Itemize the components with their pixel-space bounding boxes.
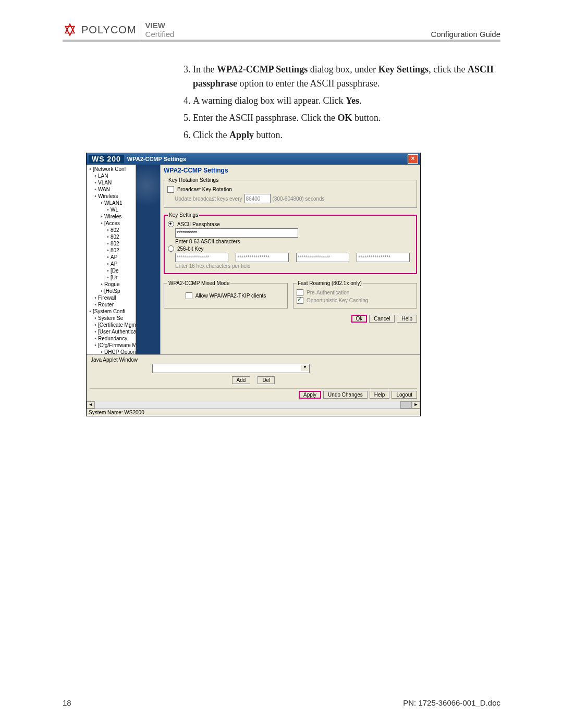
preauth-checkbox[interactable]: [297, 289, 303, 296]
decorative-panel: [136, 165, 161, 354]
tree-item[interactable]: •[Ur: [87, 274, 136, 281]
key-rotation-legend: Key Rotation Settings: [167, 177, 219, 183]
tree-item[interactable]: •[HotSp: [87, 288, 136, 294]
update-interval-input[interactable]: [244, 194, 271, 203]
ok-button[interactable]: Ok: [351, 315, 368, 323]
instruction-item: Click the Apply button.: [193, 128, 500, 142]
tree-item[interactable]: •Wireles: [87, 213, 136, 220]
tree-item[interactable]: •Router: [87, 301, 136, 308]
tree-item[interactable]: •802: [87, 227, 136, 233]
ascii-passphrase-radio[interactable]: [168, 221, 174, 227]
pane-title: WPA2-CCMP Settings: [164, 167, 417, 174]
instruction-item: Enter the ASCII passphrase. Click the OK…: [193, 111, 500, 125]
hex-key-2[interactable]: [236, 253, 289, 262]
preauth-label: Pre-Authentication: [307, 290, 349, 295]
okc-checkbox[interactable]: [297, 297, 303, 304]
dialog-main-pane: WPA2-CCMP Settings Key Rotation Settings…: [161, 165, 420, 354]
tree-item[interactable]: •[De: [87, 267, 136, 274]
instruction-list: In the WPA2-CCMP Settings dialog box, un…: [172, 63, 500, 142]
tree-item[interactable]: •LAN: [87, 172, 136, 179]
add-button[interactable]: Add: [232, 376, 251, 384]
brand-name: POLYCOM: [81, 24, 137, 36]
ascii-passphrase-input[interactable]: [175, 228, 298, 238]
mixed-mode-group: WPA2-CCMP Mixed Mode Allow WPA/WPA2-TKIP…: [164, 280, 288, 309]
nav-tree[interactable]: •[Network Conf•LAN•VLAN•WAN•Wireless•WLA…: [87, 165, 136, 354]
page-header: POLYCOM VIEW Certified Configuration Gui…: [63, 21, 500, 42]
update-interval-hint: (300-604800) seconds: [273, 196, 325, 202]
horizontal-scrollbar[interactable]: ◄ ►: [87, 401, 420, 409]
del-button[interactable]: Del: [258, 376, 275, 384]
dialog-titlebar: WS 200 WPA2-CCMP Settings ×: [87, 153, 420, 165]
tree-item[interactable]: •[Network Conf: [87, 166, 136, 172]
view-certified: VIEW Certified: [141, 21, 175, 39]
undo-changes-button[interactable]: Undo Changes: [323, 391, 368, 399]
fast-roaming-group: Fast Roaming (802.1x only) Pre-Authentic…: [293, 280, 417, 309]
tree-item[interactable]: •VLAN: [87, 179, 136, 186]
logout-button[interactable]: Logout: [391, 391, 417, 399]
hex-hint: Enter 16 hex characters per field: [175, 263, 251, 269]
update-keys-label: Update broadcast keys every: [175, 196, 242, 202]
fast-roaming-legend: Fast Roaming (802.1x only): [297, 280, 363, 286]
ascii-hint: Enter 8-63 ASCII characters: [175, 239, 240, 244]
scroll-right-icon[interactable]: ►: [412, 401, 420, 409]
product-logo: WS 200: [89, 155, 124, 163]
tree-item[interactable]: •WAN: [87, 186, 136, 193]
tree-item[interactable]: •[System Confi: [87, 308, 136, 315]
tree-item[interactable]: •[Certificate Mgmt.]: [87, 322, 136, 328]
allow-tkip-label: Allow WPA/WPA2-TKIP clients: [195, 293, 266, 299]
tree-item[interactable]: •System Se: [87, 315, 136, 322]
tree-item[interactable]: •[Acces: [87, 220, 136, 227]
part-number: PN: 1725-36066-001_D.doc: [403, 698, 500, 707]
hex-key-1[interactable]: [175, 253, 228, 262]
hex-key-3[interactable]: [296, 253, 349, 262]
allow-tkip-checkbox[interactable]: [186, 292, 192, 299]
tree-item[interactable]: •WL: [87, 206, 136, 213]
apply-button[interactable]: Apply: [299, 391, 321, 399]
doc-title: Configuration Guide: [431, 30, 500, 39]
tree-item[interactable]: •Wireless: [87, 193, 136, 200]
instruction-item: A warning dialog box will appear. Click …: [193, 94, 500, 108]
selection-dropdown[interactable]: [152, 364, 310, 373]
help-button[interactable]: Help: [370, 391, 390, 399]
polycom-icon: [63, 22, 77, 37]
tree-item[interactable]: •Rogue: [87, 281, 136, 288]
256bit-key-radio[interactable]: [168, 245, 174, 252]
tree-item[interactable]: •802: [87, 240, 136, 247]
hex-key-4[interactable]: [357, 253, 410, 262]
key-rotation-group: Key Rotation Settings Broadcast Key Rota…: [164, 177, 417, 208]
dialog-help-button[interactable]: Help: [397, 315, 417, 323]
brand-logo: POLYCOM VIEW Certified: [63, 21, 174, 39]
close-icon[interactable]: ×: [408, 154, 418, 164]
tree-item[interactable]: •802: [87, 247, 136, 254]
dialog-title: WPA2-CCMP Settings: [127, 156, 186, 162]
mixed-mode-legend: WPA2-CCMP Mixed Mode: [167, 280, 230, 286]
tree-item[interactable]: •[Cfg/Firmware Mgt.]: [87, 342, 136, 349]
page-number: 18: [63, 698, 71, 707]
tree-item[interactable]: •802: [87, 233, 136, 240]
key-settings-group: Key Settings ASCII Passphrase Enter 8-63…: [164, 212, 417, 274]
scroll-left-icon[interactable]: ◄: [87, 401, 95, 409]
tree-item[interactable]: •WLAN1: [87, 200, 136, 206]
256bit-key-label: 256-bit Key: [177, 246, 204, 252]
parent-window-pane: Java Applet Window Add Del Apply Undo Ch…: [87, 354, 420, 401]
tree-item[interactable]: •DHCP Options ( Sys: [87, 349, 136, 354]
applet-window-label: Java Applet Window: [91, 357, 417, 363]
broadcast-key-rotation-checkbox[interactable]: [167, 186, 174, 193]
okc-label: Opportunistic Key Caching: [307, 298, 368, 303]
key-settings-legend: Key Settings: [168, 212, 199, 218]
tree-item[interactable]: •AP: [87, 254, 136, 261]
tree-item[interactable]: •Redundancy: [87, 335, 136, 342]
page-footer: 18 PN: 1725-36066-001_D.doc: [63, 698, 500, 707]
broadcast-key-rotation-label: Broadcast Key Rotation: [177, 187, 232, 192]
cancel-button[interactable]: Cancel: [369, 315, 395, 323]
instruction-item: In the WPA2-CCMP Settings dialog box, un…: [193, 63, 500, 91]
tree-item[interactable]: •Firewall: [87, 294, 136, 301]
tree-item[interactable]: •AP: [87, 261, 136, 267]
status-bar: System Name: WS2000: [87, 409, 420, 416]
screenshot-dialog: WS 200 WPA2-CCMP Settings × •[Network Co…: [86, 153, 421, 416]
tree-item[interactable]: •[User Authentication]: [87, 328, 136, 335]
ascii-passphrase-label: ASCII Passphrase: [177, 221, 220, 227]
